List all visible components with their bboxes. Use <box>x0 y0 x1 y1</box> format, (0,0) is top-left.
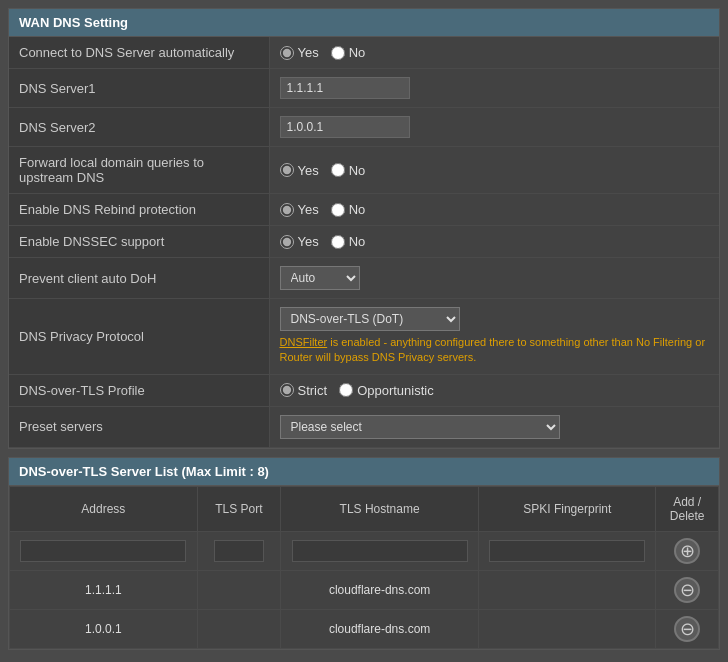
prevent-doh-value: Auto Yes No <box>269 258 719 299</box>
table-row: 1.0.0.1 cloudflare-dns.com ⊖ <box>10 609 719 648</box>
forward-local-yes-label[interactable]: Yes <box>280 163 319 178</box>
connect-auto-no-radio[interactable] <box>331 46 345 60</box>
delete-button-1[interactable]: ⊖ <box>674 577 700 603</box>
server-list-panel: DNS-over-TLS Server List (Max Limit : 8)… <box>8 457 720 650</box>
dns-rebind-no-label[interactable]: No <box>331 202 366 217</box>
dnssec-no-label[interactable]: No <box>331 234 366 249</box>
connect-auto-no-label[interactable]: No <box>331 45 366 60</box>
table-row: ⊕ <box>10 531 719 570</box>
preset-servers-value: Please select <box>269 406 719 447</box>
dns-server2-row: DNS Server2 <box>9 108 719 147</box>
connect-auto-value: Yes No <box>269 37 719 69</box>
dot-profile-label: DNS-over-TLS Profile <box>9 374 269 406</box>
port-input-new[interactable] <box>214 540 264 562</box>
dns-server1-label: DNS Server1 <box>9 69 269 108</box>
dnssec-radio-group: Yes No <box>280 234 710 249</box>
dns-rebind-label: Enable DNS Rebind protection <box>9 194 269 226</box>
dnssec-yes-label[interactable]: Yes <box>280 234 319 249</box>
col-tls-hostname: TLS Hostname <box>281 486 479 531</box>
dns-warning-text: DNSFilter is enabled - anything configur… <box>280 335 710 366</box>
dns-server1-row: DNS Server1 <box>9 69 719 108</box>
dns-privacy-row: DNS Privacy Protocol DNS-over-TLS (DoT) … <box>9 299 719 375</box>
dns-privacy-value: DNS-over-TLS (DoT) None DNSFilter is ena… <box>269 299 719 375</box>
dns-privacy-label: DNS Privacy Protocol <box>9 299 269 375</box>
spki-cell-1 <box>479 570 656 609</box>
forward-local-no-label[interactable]: No <box>331 163 366 178</box>
dnssec-label: Enable DNSSEC support <box>9 226 269 258</box>
server-list-table: Address TLS Port TLS Hostname SPKI Finge… <box>9 486 719 649</box>
col-action: Add / Delete <box>656 486 719 531</box>
connect-auto-yes-radio[interactable] <box>280 46 294 60</box>
forward-local-no-radio[interactable] <box>331 163 345 177</box>
dot-strict-radio[interactable] <box>280 383 294 397</box>
delete-action-cell-1: ⊖ <box>656 570 719 609</box>
dns-server2-input[interactable] <box>280 116 410 138</box>
preset-servers-row: Preset servers Please select <box>9 406 719 447</box>
add-button[interactable]: ⊕ <box>674 538 700 564</box>
dns-server2-label: DNS Server2 <box>9 108 269 147</box>
hostname-cell-2: cloudflare-dns.com <box>281 609 479 648</box>
dns-rebind-value: Yes No <box>269 194 719 226</box>
dns-rebind-no-radio[interactable] <box>331 203 345 217</box>
address-input-new[interactable] <box>20 540 186 562</box>
col-spki: SPKI Fingerprint <box>479 486 656 531</box>
forward-local-value: Yes No <box>269 147 719 194</box>
spki-input-cell <box>479 531 656 570</box>
preset-servers-select[interactable]: Please select <box>280 415 560 439</box>
hostname-cell-1: cloudflare-dns.com <box>281 570 479 609</box>
server-list-title: DNS-over-TLS Server List (Max Limit : 8) <box>9 458 719 486</box>
dot-opportunistic-label[interactable]: Opportunistic <box>339 383 434 398</box>
dns-rebind-row: Enable DNS Rebind protection Yes No <box>9 194 719 226</box>
addr-input-cell <box>10 531 198 570</box>
wan-dns-panel: WAN DNS Setting Connect to DNS Server au… <box>8 8 720 449</box>
forward-local-yes-radio[interactable] <box>280 163 294 177</box>
spki-input-new[interactable] <box>489 540 645 562</box>
dns-privacy-container: DNS-over-TLS (DoT) None DNSFilter is ena… <box>280 307 710 366</box>
hostname-input-cell <box>281 531 479 570</box>
dot-strict-label[interactable]: Strict <box>280 383 328 398</box>
prevent-doh-row: Prevent client auto DoH Auto Yes No <box>9 258 719 299</box>
connect-auto-radio-group: Yes No <box>280 45 710 60</box>
port-cell-1 <box>197 570 280 609</box>
forward-local-row: Forward local domain queries to upstream… <box>9 147 719 194</box>
spki-cell-2 <box>479 609 656 648</box>
connect-auto-row: Connect to DNS Server automatically Yes … <box>9 37 719 69</box>
dnssec-row: Enable DNSSEC support Yes No <box>9 226 719 258</box>
hostname-input-new[interactable] <box>292 540 468 562</box>
address-cell-2: 1.0.0.1 <box>10 609 198 648</box>
forward-local-radio-group: Yes No <box>280 163 710 178</box>
dns-rebind-radio-group: Yes No <box>280 202 710 217</box>
table-row: 1.1.1.1 cloudflare-dns.com ⊖ <box>10 570 719 609</box>
dns-server2-value <box>269 108 719 147</box>
dns-privacy-select[interactable]: DNS-over-TLS (DoT) None <box>280 307 460 331</box>
delete-button-2[interactable]: ⊖ <box>674 616 700 642</box>
preset-servers-label: Preset servers <box>9 406 269 447</box>
add-action-cell: ⊕ <box>656 531 719 570</box>
dnsfilter-link[interactable]: DNSFilter <box>280 336 328 348</box>
dnssec-value: Yes No <box>269 226 719 258</box>
port-cell-2 <box>197 609 280 648</box>
dot-profile-radio-group: Strict Opportunistic <box>280 383 710 398</box>
dns-rebind-yes-label[interactable]: Yes <box>280 202 319 217</box>
server-table-header-row: Address TLS Port TLS Hostname SPKI Finge… <box>10 486 719 531</box>
port-input-cell <box>197 531 280 570</box>
dnssec-yes-radio[interactable] <box>280 235 294 249</box>
dns-warning-message: is enabled - anything configured there t… <box>280 336 706 363</box>
col-tls-port: TLS Port <box>197 486 280 531</box>
wan-dns-form: Connect to DNS Server automatically Yes … <box>9 37 719 448</box>
connect-auto-label: Connect to DNS Server automatically <box>9 37 269 69</box>
dns-server1-input[interactable] <box>280 77 410 99</box>
dot-profile-row: DNS-over-TLS Profile Strict Opportunisti… <box>9 374 719 406</box>
address-cell-1: 1.1.1.1 <box>10 570 198 609</box>
dot-opportunistic-radio[interactable] <box>339 383 353 397</box>
dot-profile-value: Strict Opportunistic <box>269 374 719 406</box>
forward-local-label: Forward local domain queries to upstream… <box>9 147 269 194</box>
prevent-doh-label: Prevent client auto DoH <box>9 258 269 299</box>
wan-dns-title: WAN DNS Setting <box>9 9 719 37</box>
dns-rebind-yes-radio[interactable] <box>280 203 294 217</box>
connect-auto-yes-label[interactable]: Yes <box>280 45 319 60</box>
dnssec-no-radio[interactable] <box>331 235 345 249</box>
col-address: Address <box>10 486 198 531</box>
prevent-doh-select[interactable]: Auto Yes No <box>280 266 360 290</box>
delete-action-cell-2: ⊖ <box>656 609 719 648</box>
